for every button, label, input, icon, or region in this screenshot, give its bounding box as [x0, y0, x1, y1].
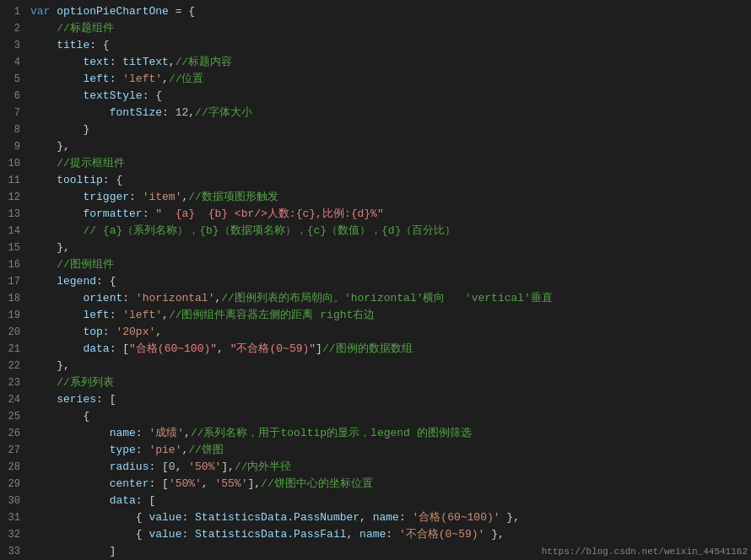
- token: [30, 275, 57, 288]
- token: ],: [247, 477, 261, 490]
- token: value: [149, 528, 181, 541]
- token: '55%': [214, 477, 247, 490]
- token: //饼图中心的坐标位置: [261, 477, 373, 490]
- token: 'pie': [149, 444, 181, 456]
- token: [30, 89, 83, 102]
- token: {: [30, 410, 89, 423]
- line-content: //图例组件: [30, 256, 744, 273]
- token: [30, 342, 83, 355]
- code-line: 10 //提示框组件: [0, 155, 751, 172]
- line-number: 4: [0, 54, 30, 71]
- token: :: [143, 207, 156, 220]
- code-line: 29 center: ['50%', '55%'],//饼图中心的坐标位置: [0, 476, 751, 493]
- token: trigger: [83, 191, 129, 203]
- token: [30, 56, 83, 68]
- code-line: 18 orient: 'horizontal',//图例列表的布局朝向。'hor…: [0, 290, 751, 307]
- token: legend: [57, 275, 96, 288]
- line-content: },: [30, 358, 744, 374]
- token: :: [122, 292, 136, 304]
- token: //字体大小: [195, 106, 252, 119]
- token: // {a}（系列名称），{b}（数据项名称），{c}（数值），{d}（百分比）: [83, 224, 456, 237]
- token: : [: [96, 393, 116, 406]
- token: name: [373, 511, 399, 524]
- code-line: 2 //标题组件: [0, 20, 751, 37]
- token: ,: [162, 309, 169, 321]
- token: text: [83, 56, 109, 68]
- line-number: 10: [0, 155, 30, 172]
- line-content: data: [: [30, 493, 744, 509]
- code-line: 15 },: [0, 240, 751, 256]
- token: : {: [103, 174, 122, 186]
- code-line: 1var optionPieChartOne = {: [0, 3, 751, 20]
- token: [30, 393, 57, 406]
- line-content: formatter: " {a} {b} <br/>人数:{c},比例:{d}%…: [30, 206, 744, 223]
- token: fontSize: [110, 106, 162, 119]
- token: var: [30, 5, 57, 18]
- line-number: 22: [0, 358, 30, 374]
- line-number: 29: [0, 476, 30, 493]
- line-number: 21: [0, 341, 30, 358]
- token: :: [136, 427, 149, 439]
- token: '成绩': [149, 427, 184, 439]
- line-number: 13: [0, 206, 30, 223]
- code-line: 3 title: {: [0, 37, 751, 54]
- token: : [: [149, 477, 168, 490]
- line-content: },: [30, 240, 744, 256]
- token: radius: [110, 460, 149, 473]
- line-number: 25: [0, 408, 30, 425]
- line-content: },: [30, 138, 744, 155]
- token: //数据项图形触发: [188, 191, 278, 203]
- code-line: 23 //系列列表: [0, 374, 751, 391]
- token: :: [181, 528, 195, 541]
- line-number: 16: [0, 256, 30, 273]
- token: {: [30, 511, 149, 524]
- line-content: { value: StatisticsData.PassNumber, name…: [30, 509, 744, 526]
- line-number: 28: [0, 459, 30, 476]
- line-content: name: '成绩',//系列名称，用于tooltip的显示，legend 的图…: [30, 425, 744, 442]
- code-line: 28 radius: [0, '50%'],//内外半径: [0, 459, 751, 476]
- line-number: 27: [0, 442, 30, 459]
- token: //提示框组件: [30, 157, 125, 170]
- token: },: [30, 359, 70, 372]
- code-line: 20 top: '20px',: [0, 324, 751, 341]
- token: ],: [221, 460, 235, 473]
- token: : {: [89, 39, 109, 51]
- token: title: [57, 39, 89, 51]
- token: //标题组件: [30, 22, 114, 35]
- line-number: 17: [0, 273, 30, 290]
- token: [30, 444, 110, 456]
- token: formatter: [83, 207, 142, 220]
- token: ,: [202, 477, 215, 490]
- token: :: [103, 326, 116, 338]
- token: ,: [162, 73, 169, 85]
- token: : {: [143, 89, 162, 102]
- line-content: trigger: 'item',//数据项图形触发: [30, 189, 744, 206]
- token: [30, 477, 110, 490]
- token: ,: [176, 460, 189, 473]
- code-line: 8 }: [0, 121, 751, 138]
- code-line: 25 {: [0, 408, 751, 425]
- token: tooltip: [57, 174, 103, 186]
- token: series: [57, 393, 96, 406]
- line-number: 6: [0, 88, 30, 105]
- token: ,: [347, 528, 360, 541]
- line-content: {: [30, 408, 744, 425]
- token: //图例列表的布局朝向。'horizontal'横向 'vertical'垂直: [221, 292, 553, 304]
- token: ,: [217, 342, 230, 355]
- token: :: [110, 309, 123, 321]
- code-line: 21 data: ["合格(60~100)", "不合格(0~59)"]//图例…: [0, 341, 751, 358]
- token: ]: [30, 545, 116, 557]
- token: },: [484, 528, 504, 541]
- token: ]: [316, 342, 322, 355]
- token: [30, 106, 110, 119]
- token: //系列列表: [30, 376, 114, 389]
- token: [30, 427, 110, 439]
- line-content: legend: {: [30, 273, 744, 290]
- token: 12: [176, 106, 189, 119]
- line-number: 19: [0, 307, 30, 324]
- token: : [: [136, 494, 155, 507]
- token: ,: [359, 511, 373, 524]
- token: //内外半径: [235, 460, 292, 473]
- code-line: 27 type: 'pie',//饼图: [0, 442, 751, 459]
- token: : [: [110, 342, 129, 355]
